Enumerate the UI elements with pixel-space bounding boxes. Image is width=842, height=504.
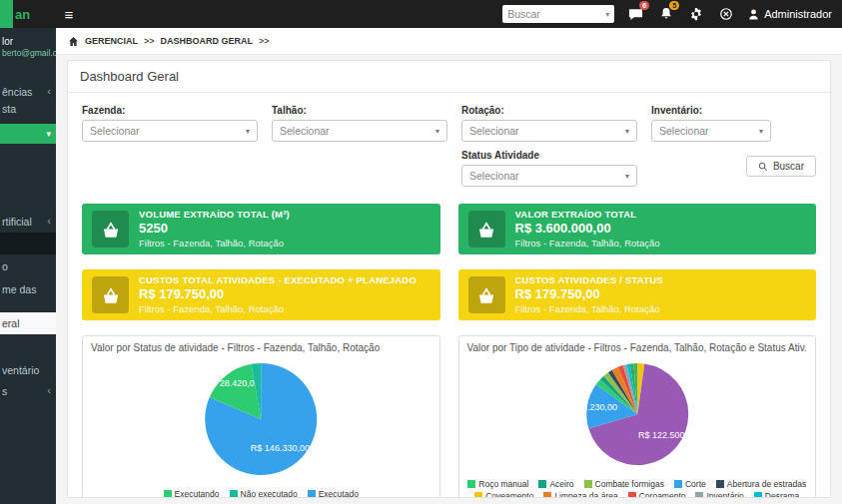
filter-label: Fazenda:: [82, 105, 258, 116]
filter-label: Status Atividade: [461, 150, 637, 161]
status-atividade-select[interactable]: Selecionar ▾: [461, 165, 637, 187]
info-box-grid: VOLUME EXTRAÍDO TOTAL (M³) 5250 Filtros …: [82, 204, 816, 320]
sidebar-item[interactable]: me das: [0, 281, 56, 296]
legend-item[interactable]: Limpeza da área: [543, 491, 617, 498]
sidebar-item-current-page[interactable]: eral: [0, 312, 56, 334]
legend-swatch-icon: [230, 490, 238, 498]
legend-item[interactable]: Roço manual: [467, 479, 528, 489]
filter-field-fazenda: Fazenda: Selecionar ▾: [82, 105, 258, 142]
power-icon: [719, 7, 733, 21]
talhao-select[interactable]: Selecionar ▾: [272, 120, 447, 142]
buscar-button-label: Buscar: [773, 161, 804, 172]
pie-chart-tipo-atividade: R$ 122.50026.230,00: [467, 355, 808, 473]
chart-title: Valor por Tipo de atividade - Filtros - …: [467, 342, 808, 353]
legend-label: Coveamento: [485, 491, 533, 498]
home-icon: [68, 36, 79, 47]
breadcrumb-separator: >>: [144, 36, 155, 46]
legend-label: Não executado: [241, 489, 298, 498]
messages-button[interactable]: 6: [627, 5, 644, 23]
sidebar-item[interactable]: ventário: [0, 362, 56, 377]
page-title: Dashboard Geral: [68, 61, 830, 93]
legend-swatch-icon: [716, 480, 724, 488]
legend-item[interactable]: Executando: [164, 489, 220, 498]
legend-swatch-icon: [584, 480, 592, 488]
topbar-search-input[interactable]: Buscar ▾: [502, 5, 614, 23]
chart-legend: ExecutandoNão executadoExecutado: [91, 489, 431, 498]
legend-item[interactable]: Combate formigas: [584, 479, 664, 489]
chart-legend: Roço manualAceiroCombate formigasCorteAb…: [467, 479, 808, 498]
breadcrumb-item-dashboard-geral[interactable]: DASHBOARD GERAL: [161, 36, 254, 46]
breadcrumb-separator: >>: [259, 36, 270, 46]
hamburger-icon: ≡: [65, 6, 74, 23]
info-box-value: R$ 3.600.000,00: [515, 221, 660, 238]
legend-item[interactable]: Coroamento: [628, 491, 686, 498]
sidebar-item[interactable]: o: [0, 258, 56, 273]
legend-item[interactable]: Abertura de estradas: [716, 479, 806, 489]
sidebar-toggle-button[interactable]: ≡: [56, 0, 82, 28]
chart-card-status-atividade: Valor por Status de atividade - Filtros …: [82, 335, 440, 498]
notifications-button[interactable]: 5: [657, 5, 674, 23]
user-menu-button[interactable]: Administrador: [747, 8, 832, 21]
chevron-down-icon: ▾: [625, 127, 629, 136]
sidebar-item[interactable]: s‹: [0, 383, 56, 398]
pie-chart-status-atividade: R$ 146.330,00R$ 28.420,00: [91, 355, 431, 483]
legend-item[interactable]: Desrama: [754, 491, 799, 498]
legend-label: Coroamento: [639, 491, 686, 498]
sidebar-item-active-green[interactable]: ▾: [0, 124, 56, 144]
pie-slice-label: R$ 28.420,00: [206, 378, 260, 388]
charts-grid: Valor por Status de atividade - Filtros …: [82, 335, 816, 498]
user-name-fragment: lor: [2, 36, 52, 48]
breadcrumb-item-gerencial[interactable]: GERENCIAL: [85, 36, 138, 46]
messages-badge: 6: [639, 1, 649, 10]
sidebar-item-label: o: [2, 260, 8, 272]
info-box-volume-extraido: VOLUME EXTRAÍDO TOTAL (M³) 5250 Filtros …: [82, 204, 440, 254]
legend-item[interactable]: Corte: [674, 479, 706, 489]
info-box-title: CUSTOS TOTAL ATIVIDADES - EXECUTADO + PL…: [139, 274, 417, 286]
notifications-badge: 5: [669, 1, 679, 10]
info-box-custos-status: CUSTOS ATIVIDADES / STATUS R$ 179.750,00…: [458, 269, 817, 320]
inventario-select[interactable]: Selecionar ▾: [651, 120, 771, 142]
legend-swatch-icon: [538, 480, 546, 488]
chevron-down-icon: ▾: [435, 127, 439, 136]
select-placeholder: Selecionar: [469, 125, 519, 137]
basket-icon: [92, 276, 129, 313]
info-box-subtitle: Filtros - Fazenda, Talhão, Rotação: [139, 238, 290, 250]
info-box-subtitle: Filtros - Fazenda, Talhão, Rotação: [139, 303, 417, 315]
legend-item[interactable]: Executado: [308, 489, 359, 498]
filter-label: Rotação:: [461, 105, 637, 116]
chevron-down-icon: ▾: [46, 130, 51, 139]
filters-row-2: Status Atividade Selecionar ▾ Buscar: [82, 150, 816, 194]
chevron-left-icon: ‹: [47, 385, 51, 396]
main-content: Dashboard Geral Fazenda: Selecionar ▾ Ta…: [56, 55, 842, 504]
fazenda-select[interactable]: Selecionar ▾: [82, 120, 258, 142]
buscar-button[interactable]: Buscar: [746, 156, 816, 177]
logout-button[interactable]: [717, 5, 734, 23]
legend-label: Inventário: [706, 491, 743, 498]
chevron-down-icon: ▾: [246, 127, 250, 136]
legend-swatch-icon: [308, 490, 316, 498]
legend-label: Roço manual: [478, 479, 528, 489]
legend-item[interactable]: Aceiro: [538, 479, 573, 489]
sidebar-item-label: ências: [2, 86, 32, 98]
legend-swatch-icon: [474, 492, 482, 498]
app-logo[interactable]: an: [0, 0, 56, 28]
sidebar: lor berto@gmail.co ências‹ sta ▾ rtifici…: [0, 28, 56, 504]
breadcrumb: GERENCIAL >> DASHBOARD GERAL >>: [56, 28, 842, 55]
sidebar-item[interactable]: ências‹: [0, 84, 56, 99]
sidebar-item[interactable]: sta: [0, 101, 56, 116]
legend-item[interactable]: Inventário: [695, 491, 743, 498]
user-email-fragment: berto@gmail.co: [2, 48, 52, 58]
legend-item[interactable]: Não executado: [230, 489, 298, 498]
legend-item[interactable]: Coveamento: [474, 491, 533, 498]
select-placeholder: Selecionar: [280, 125, 330, 137]
dashboard-body: Fazenda: Selecionar ▾ Talhão: Selecionar…: [68, 93, 830, 498]
info-box-value: R$ 179.750,00: [139, 286, 417, 303]
basket-icon: [468, 211, 505, 248]
info-box-title: VOLUME EXTRAÍDO TOTAL (M³): [139, 209, 290, 221]
sidebar-item-active-dark[interactable]: [0, 233, 56, 254]
select-placeholder: Selecionar: [90, 125, 140, 137]
sidebar-item[interactable]: rtificial‹: [0, 214, 56, 229]
rotacao-select[interactable]: Selecionar ▾: [461, 120, 637, 142]
topbar: an ≡ Buscar ▾ 6 5 Administrador: [0, 0, 842, 28]
settings-button[interactable]: [687, 5, 704, 23]
